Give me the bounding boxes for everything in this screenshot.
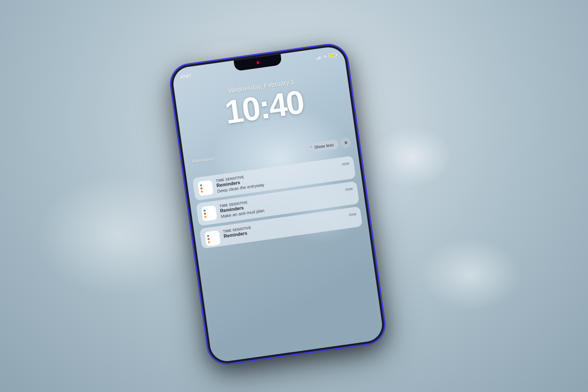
battery-icon xyxy=(328,53,336,57)
wifi-icon: ∿ xyxy=(323,54,327,59)
reminders-app-icon-3 xyxy=(204,230,220,246)
icon-row-5 xyxy=(204,212,207,215)
signal-icon xyxy=(316,55,322,59)
dot-yellow-3 xyxy=(208,241,210,243)
dot-blue-2 xyxy=(204,209,206,212)
show-less-label: Show less xyxy=(314,142,334,149)
battery-fill xyxy=(329,54,334,57)
signal-bar-3 xyxy=(319,56,320,59)
icon-row-2 xyxy=(200,187,204,189)
dot-yellow-2 xyxy=(204,216,207,218)
icon-row-6 xyxy=(204,215,208,218)
icon-row-3 xyxy=(201,190,204,192)
dot-red-2 xyxy=(204,213,206,215)
carrier-label: AT&T xyxy=(180,73,191,79)
icon-row-8 xyxy=(207,237,211,240)
signal-bar-2 xyxy=(318,57,319,59)
signal-bar-1 xyxy=(316,58,318,59)
icon-row-1 xyxy=(200,184,203,186)
status-right-group: ∿ xyxy=(316,52,336,60)
reminders-app-icon-1 xyxy=(198,179,214,196)
reminders-app-icon-2 xyxy=(201,205,217,221)
notification-time-2: now xyxy=(345,186,353,192)
dot-red-1 xyxy=(200,187,203,190)
notification-time-1: now xyxy=(341,160,349,166)
icon-row-4 xyxy=(204,209,207,211)
signal-bar-4 xyxy=(320,55,322,59)
camera-dot xyxy=(256,61,259,64)
dot-blue-3 xyxy=(207,235,209,237)
close-icon: ✕ xyxy=(343,140,348,146)
dot-red-3 xyxy=(207,237,210,240)
chevron-up-icon: ⌃ xyxy=(309,145,313,150)
notification-time-3: now xyxy=(349,211,357,217)
dot-blue-1 xyxy=(200,184,202,186)
close-notifications-button[interactable]: ✕ xyxy=(340,137,352,148)
icon-row-7 xyxy=(207,234,210,237)
dot-yellow-1 xyxy=(201,190,203,193)
icon-row-9 xyxy=(208,241,211,243)
